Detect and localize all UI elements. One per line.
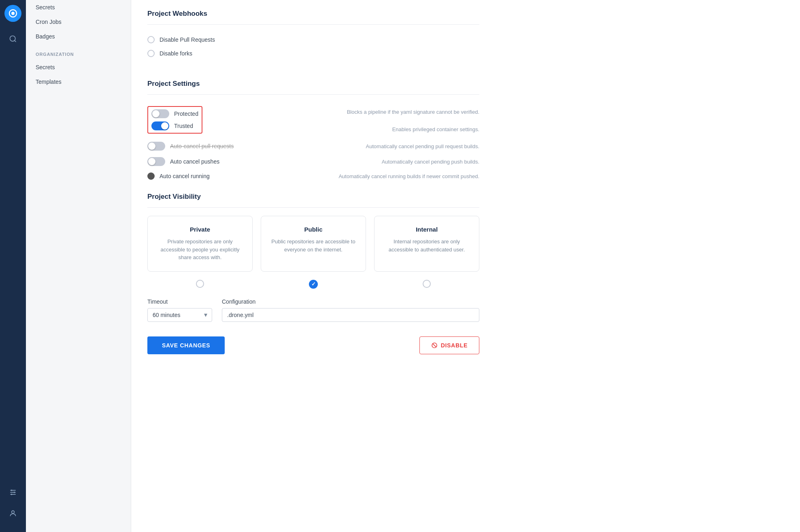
disable-forks-row: Disable forks: [147, 47, 479, 60]
configuration-label: Configuration: [222, 298, 479, 305]
internal-card-desc: Internal repositories are only accessibl…: [383, 238, 471, 253]
trusted-desc: Enables privileged container settings.: [347, 126, 479, 132]
auto-cancel-pull-toggle[interactable]: [147, 142, 165, 151]
user-icon[interactable]: [6, 506, 20, 521]
configuration-group: Configuration: [222, 298, 479, 322]
private-card-desc: Private repositories are only accessible…: [156, 238, 244, 262]
svg-line-12: [432, 343, 436, 347]
timeout-label: Timeout: [147, 298, 212, 305]
svg-point-10: [12, 511, 15, 513]
auto-cancel-pull-label: Auto-cancel pull requests: [170, 143, 234, 149]
svg-point-7: [11, 489, 12, 491]
auto-cancel-pull-desc: Automatically cancel pending pull reques…: [366, 143, 479, 149]
visibility-card-private[interactable]: Private Private repositories are only ac…: [147, 216, 253, 272]
configuration-input[interactable]: [222, 308, 479, 322]
visibility-card-public[interactable]: Public Public repositories are accessibl…: [261, 216, 366, 272]
sidebar-item-templates[interactable]: Templates: [26, 74, 131, 89]
auto-cancel-pushes-desc: Automatically cancel pending push builds…: [382, 159, 479, 165]
svg-point-2: [10, 36, 15, 41]
timeout-select[interactable]: 30 minutes 60 minutes 90 minutes 120 min…: [147, 308, 212, 322]
disable-pull-requests-row: Disable Pull Requests: [147, 33, 479, 47]
svg-point-8: [14, 492, 15, 493]
project-visibility-title: Project Visibility: [147, 183, 479, 208]
project-settings-section: Project Settings Protected Trusted: [147, 70, 479, 183]
ban-icon: [431, 342, 438, 349]
public-radio[interactable]: [309, 280, 318, 289]
trusted-label: Trusted: [174, 123, 193, 129]
private-radio[interactable]: [196, 280, 204, 288]
disable-button[interactable]: DISABLE: [419, 336, 479, 354]
text-sidebar: Secrets Cron Jobs Badges ORGANIZATION Se…: [26, 0, 131, 532]
sidebar-item-cron-jobs[interactable]: Cron Jobs: [26, 15, 131, 29]
internal-radio-item: [374, 280, 479, 289]
search-icon[interactable]: [6, 32, 20, 46]
highlight-box: Protected Trusted: [147, 106, 202, 134]
disable-pull-requests-toggle[interactable]: [147, 36, 155, 43]
project-visibility-section: Project Visibility Private Private repos…: [147, 183, 479, 289]
auto-cancel-pushes-toggle[interactable]: [147, 157, 165, 166]
protected-row: Protected Trusted Blocks a pipeline if t…: [147, 103, 479, 138]
disable-forks-label: Disable forks: [160, 50, 192, 57]
auto-cancel-running-radio[interactable]: [147, 172, 155, 180]
trusted-toggle[interactable]: [151, 121, 169, 130]
protected-toggle-row: Protected: [151, 109, 198, 118]
settings-icon[interactable]: [6, 485, 20, 500]
disable-label: DISABLE: [441, 342, 468, 349]
webhooks-section: Project Webhooks Disable Pull Requests D…: [147, 0, 479, 60]
public-card-title: Public: [269, 226, 357, 233]
protected-toggle[interactable]: [151, 109, 169, 118]
svg-line-3: [15, 40, 16, 42]
org-section-label: ORGANIZATION: [26, 44, 131, 60]
public-card-desc: Public repositories are accessible to ev…: [269, 238, 357, 253]
protected-desc: Blocks a pipeline if the yaml signature …: [347, 109, 479, 115]
auto-cancel-pull-row: Auto-cancel pull requests Automatically …: [147, 138, 479, 154]
button-row: SAVE CHANGES DISABLE: [147, 333, 479, 354]
webhooks-title: Project Webhooks: [147, 0, 479, 25]
project-settings-title: Project Settings: [147, 70, 479, 95]
sidebar-item-badges[interactable]: Badges: [26, 29, 131, 44]
internal-radio[interactable]: [423, 280, 431, 288]
private-card-title: Private: [156, 226, 244, 233]
visibility-card-internal[interactable]: Internal Internal repositories are only …: [374, 216, 479, 272]
sidebar-item-secrets-top[interactable]: Secrets: [26, 0, 131, 15]
protected-label: Protected: [174, 111, 198, 117]
main-content: Project Webhooks Disable Pull Requests D…: [131, 0, 800, 532]
trusted-toggle-row: Trusted: [151, 121, 198, 130]
sidebar-item-org-secrets[interactable]: Secrets: [26, 60, 131, 74]
app-logo[interactable]: [4, 5, 21, 22]
visibility-radio-row: [147, 280, 479, 289]
auto-cancel-pushes-label: Auto cancel pushes: [170, 158, 219, 165]
save-changes-button[interactable]: SAVE CHANGES: [147, 336, 225, 354]
auto-cancel-pushes-row: Auto cancel pushes Automatically cancel …: [147, 154, 479, 169]
disable-pull-requests-label: Disable Pull Requests: [160, 36, 215, 43]
disable-forks-toggle[interactable]: [147, 50, 155, 57]
private-radio-item: [147, 280, 253, 289]
auto-cancel-running-label: Auto cancel running: [160, 173, 210, 179]
form-row: Timeout 30 minutes 60 minutes 90 minutes…: [147, 298, 479, 322]
auto-cancel-running-row: Auto cancel running Automatically cancel…: [147, 169, 479, 183]
public-radio-item: [261, 280, 366, 289]
icon-sidebar: [0, 0, 26, 532]
visibility-cards: Private Private repositories are only ac…: [147, 216, 479, 272]
svg-point-9: [11, 494, 12, 495]
auto-cancel-running-desc: Automatically cancel running builds if n…: [338, 173, 479, 179]
svg-point-1: [11, 12, 15, 15]
internal-card-title: Internal: [383, 226, 471, 233]
timeout-group: Timeout 30 minutes 60 minutes 90 minutes…: [147, 298, 212, 322]
